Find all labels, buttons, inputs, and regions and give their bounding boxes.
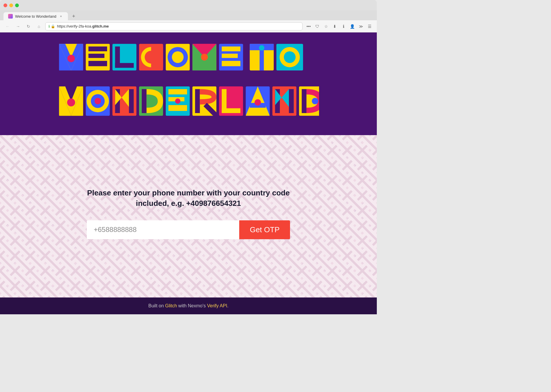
svg-point-42 — [95, 98, 101, 104]
svg-rect-8 — [89, 61, 107, 66]
nav-bar: ← → ↻ ⌂ ℹ 🔒 https://verify-2fa-koa.glitc… — [0, 20, 377, 32]
pocket-icon[interactable]: 🛡 — [314, 23, 321, 30]
svg-point-33 — [284, 51, 296, 63]
svg-rect-24 — [222, 46, 240, 51]
overflow-icon[interactable]: ≫ — [357, 23, 365, 30]
svg-rect-26 — [222, 61, 240, 66]
traffic-lights — [3, 3, 19, 7]
svg-rect-7 — [89, 54, 105, 58]
svg-point-30 — [259, 45, 264, 50]
browser-window: Welcome to Wonderland × + ← → ↻ ⌂ ℹ 🔒 ht… — [0, 0, 377, 314]
input-row: Get OTP — [87, 220, 290, 239]
nav-extras: ••• 🛡 ☆ ⬇ ℹ 👤 ≫ ☰ — [305, 23, 373, 30]
security-icon: ℹ 🔒 — [48, 24, 55, 28]
minimize-button[interactable] — [9, 3, 13, 7]
glitch-link[interactable]: Glitch — [165, 303, 177, 308]
svg-rect-25 — [222, 54, 238, 58]
forward-button[interactable]: → — [14, 22, 22, 30]
svg-point-63 — [255, 99, 261, 106]
footer-suffix: . — [227, 303, 228, 308]
get-otp-button[interactable]: Get OTP — [239, 220, 290, 239]
verify-api-link[interactable]: Verify API — [207, 303, 227, 308]
header-banner — [0, 32, 377, 135]
footer-middle: with Nexmo's — [177, 303, 207, 308]
close-button[interactable] — [3, 3, 7, 7]
svg-point-38 — [67, 98, 75, 106]
svg-rect-11 — [115, 63, 134, 68]
svg-rect-29 — [260, 50, 264, 70]
svg-point-4 — [67, 55, 75, 62]
more-options-icon[interactable]: ••• — [305, 23, 312, 30]
new-tab-button[interactable]: + — [70, 12, 78, 20]
url-display: https://verify-2fa-koa.glitch.me — [57, 24, 109, 28]
url-plain: https://verify-2fa-koa. — [57, 24, 92, 28]
svg-rect-55 — [195, 89, 200, 113]
back-button[interactable]: ← — [3, 22, 12, 30]
home-button[interactable]: ⌂ — [35, 22, 43, 30]
svg-rect-69 — [302, 89, 307, 113]
title-bar — [0, 0, 377, 10]
svg-rect-15 — [151, 47, 163, 67]
download-icon[interactable]: ⬇ — [331, 23, 338, 30]
browser-tab[interactable]: Welcome to Wonderland × — [3, 12, 68, 20]
svg-rect-67 — [289, 89, 294, 113]
main-area: Please enter your phone number with your… — [0, 135, 377, 297]
url-domain: glitch.me — [92, 24, 109, 28]
svg-rect-59 — [222, 108, 240, 113]
address-bar[interactable]: ℹ 🔒 https://verify-2fa-koa.glitch.me — [45, 22, 302, 30]
page-content: Please enter your phone number with your… — [0, 32, 377, 314]
tab-close-icon[interactable]: × — [59, 14, 63, 19]
footer-prefix: Built on — [148, 303, 165, 308]
maximize-button[interactable] — [15, 3, 19, 7]
svg-point-53 — [175, 98, 180, 104]
footer: Built on Glitch with Nexmo's Verify API. — [0, 297, 377, 314]
wonderland-title-svg — [58, 41, 319, 126]
svg-rect-46 — [129, 89, 134, 113]
profile-icon[interactable]: 👤 — [348, 23, 356, 30]
main-content: Please enter your phone number with your… — [6, 188, 371, 239]
instruction-text: Please enter your phone number with your… — [87, 188, 290, 209]
tab-bar: Welcome to Wonderland × + — [0, 10, 377, 20]
svg-rect-6 — [89, 46, 107, 51]
svg-point-22 — [201, 54, 208, 61]
svg-rect-50 — [168, 89, 187, 94]
tab-favicon-icon — [8, 14, 13, 19]
reload-button[interactable]: ↻ — [24, 22, 33, 30]
menu-icon[interactable]: ☰ — [366, 23, 373, 30]
info-icon[interactable]: ℹ — [340, 23, 347, 30]
svg-rect-48 — [142, 89, 147, 113]
svg-rect-52 — [168, 105, 187, 111]
svg-point-18 — [172, 51, 183, 63]
tab-title: Welcome to Wonderland — [15, 14, 56, 19]
svg-point-70 — [312, 98, 318, 104]
phone-input[interactable] — [87, 220, 239, 239]
bookmark-icon[interactable]: ☆ — [322, 23, 330, 30]
